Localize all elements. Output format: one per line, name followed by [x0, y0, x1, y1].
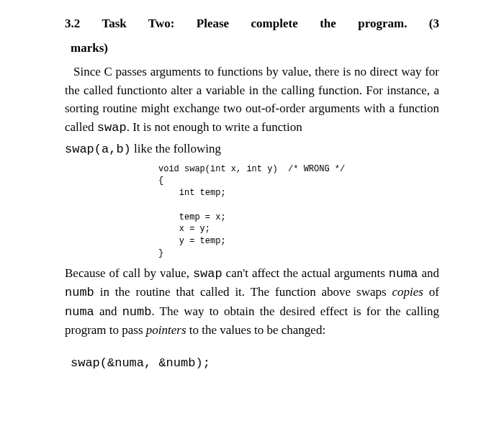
para2-text6: and — [94, 304, 122, 318]
heading-marks-open: (3 — [429, 17, 439, 30]
para2-code-numa2: numa — [65, 305, 94, 319]
para2-code-numb1: numb — [65, 286, 94, 299]
para2-em-pointers: pointers — [146, 323, 186, 337]
code-block-swap-wrong: void swap(int x, int y) /* WRONG */ { in… — [158, 163, 439, 260]
paragraph-1b: swap(a,b) like the following — [65, 140, 439, 159]
code-line-swap-call: swap(&numa, &numb); — [65, 354, 439, 373]
para2-code-swap: swap — [193, 267, 222, 281]
para1-text2: . It is not enough to write a function — [127, 120, 302, 134]
para2-text5: of — [423, 285, 439, 299]
para2-text2: can't affect the actual arguments — [222, 266, 389, 280]
para2-text3: and — [418, 266, 439, 280]
heading-task-number: 3.2 Task Two: — [65, 17, 174, 30]
heading-task-title: Please complete the program. — [197, 17, 408, 30]
section-heading-line1: 3.2 Task Two: Please complete the progra… — [65, 14, 439, 33]
para2-code-numa1: numa — [389, 267, 418, 281]
document-content: 3.2 Task Two: Please complete the progra… — [0, 0, 504, 386]
para1b-code-swapab: swap(a,b) — [65, 142, 131, 156]
paragraph-2: Because of call by value, swap can't aff… — [65, 264, 439, 340]
para2-text1: Because of call by value, — [65, 266, 193, 280]
para2-em-copies: copies — [392, 285, 423, 299]
para2-text4: in the routine that called it. The funct… — [94, 285, 392, 299]
para2-text8: to the values to be changed: — [186, 323, 326, 337]
section-heading-line2: marks) — [65, 39, 439, 58]
paragraph-1: Since C passes arguments to functions by… — [65, 63, 439, 137]
para1-code-swap: swap — [97, 121, 127, 135]
para1b-text: like the following — [131, 142, 221, 155]
para2-code-numb2: numb — [122, 305, 152, 319]
